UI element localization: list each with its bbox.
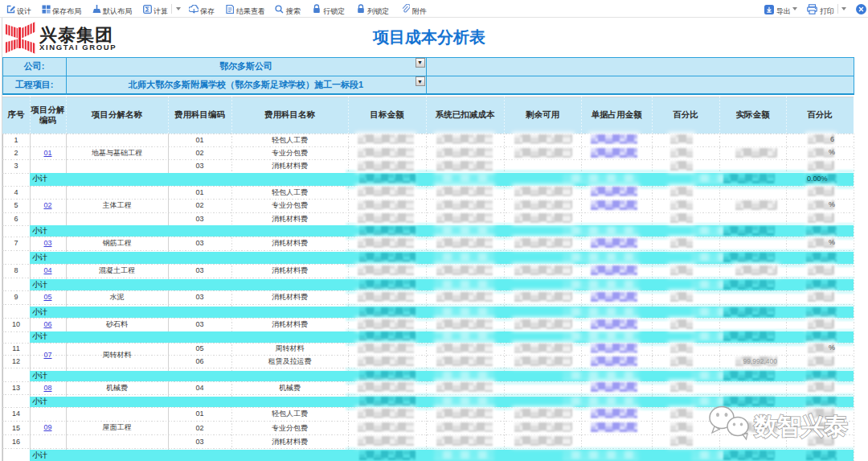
svg-text:数智兴泰: 数智兴泰 — [753, 413, 848, 439]
